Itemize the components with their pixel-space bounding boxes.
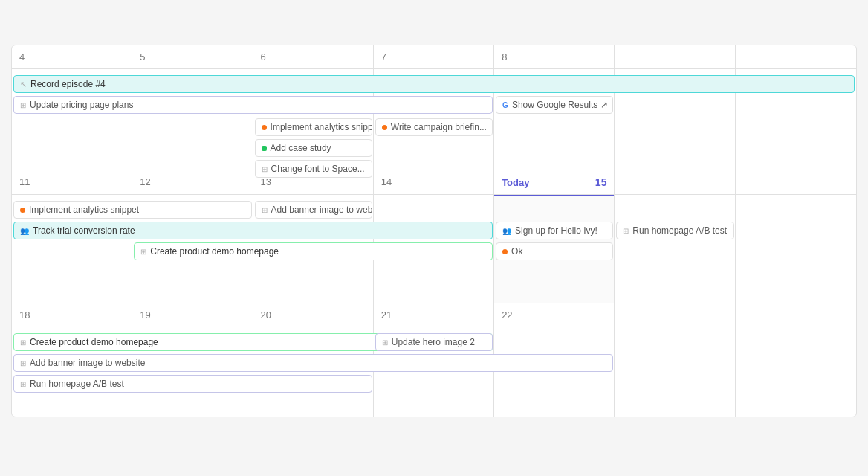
col-header-blank4 bbox=[736, 170, 856, 194]
event-google-results-label: Show Google Results ↗ bbox=[512, 100, 608, 110]
event-ab-test-w3-label: Run homepage A/B test bbox=[30, 379, 124, 389]
event-change-font-label: Change font to Space... bbox=[271, 164, 365, 174]
grid-icon5: ⊞ bbox=[623, 227, 629, 235]
event-change-font[interactable]: ⊞ Change font to Space... bbox=[255, 160, 372, 178]
event-ab-test-w2[interactable]: ⊞ Run homepage A/B test bbox=[616, 222, 733, 239]
event-product-demo-w2-label: Create product demo homepage bbox=[150, 246, 279, 257]
cell-w3-d4 bbox=[494, 327, 615, 416]
col-header-14: 14 bbox=[374, 170, 494, 194]
col-header-blank6 bbox=[736, 303, 856, 327]
event-banner-w3[interactable]: ⊞ Add banner image to website bbox=[13, 354, 613, 372]
col-header-blank2 bbox=[736, 45, 856, 68]
event-ok[interactable]: Ok bbox=[496, 242, 613, 260]
col-header-22: 22 bbox=[494, 303, 615, 327]
event-analytics-w2[interactable]: Implement analytics snippet bbox=[13, 201, 252, 219]
event-ok-label: Ok bbox=[511, 246, 522, 257]
event-track-trial[interactable]: 👥 Track trial conversion rate bbox=[13, 222, 493, 239]
event-track-trial-label: Track trial conversion rate bbox=[33, 225, 135, 236]
grid-icon3: ⊞ bbox=[262, 206, 268, 214]
event-product-demo-w3-label: Create product demo homepage bbox=[30, 337, 158, 347]
dot-orange-4 bbox=[502, 249, 508, 254]
grid-icon4: ⊞ bbox=[140, 248, 146, 256]
event-banner-w3-label: Add banner image to website bbox=[30, 358, 145, 368]
cell-w2-d5 bbox=[615, 195, 735, 303]
col-header-6: 6 bbox=[253, 45, 374, 68]
event-update-hero[interactable]: ⊞ Update hero image 2 bbox=[375, 333, 493, 351]
grid-icon8: ⊞ bbox=[20, 359, 26, 367]
event-ab-test-w3[interactable]: ⊞ Run homepage A/B test bbox=[13, 375, 372, 393]
check-icon bbox=[262, 146, 267, 151]
cell-w3-d5 bbox=[615, 327, 735, 416]
col-header-20: 20 bbox=[253, 303, 374, 327]
event-google-results[interactable]: G Show Google Results ↗ bbox=[496, 96, 613, 114]
event-analytics-w1[interactable]: Implement analytics snippet bbox=[255, 118, 372, 136]
dot-orange-2 bbox=[382, 125, 387, 130]
dot-orange-3 bbox=[20, 208, 25, 213]
today-label: Today bbox=[502, 177, 529, 188]
event-update-pricing-label: Update pricing page plans bbox=[30, 100, 133, 110]
today-num: 15 bbox=[595, 176, 607, 188]
cell-w3-d6 bbox=[736, 327, 856, 416]
event-product-demo-w2[interactable]: ⊞ Create product demo homepage bbox=[134, 242, 493, 260]
event-write-campaign[interactable]: Write campaign briefin... bbox=[375, 118, 493, 136]
col-header-18: 18 bbox=[12, 303, 132, 327]
col-header-4: 4 bbox=[12, 45, 132, 68]
people-icon2: 👥 bbox=[502, 227, 511, 235]
event-update-hero-label: Update hero image 2 bbox=[392, 337, 475, 347]
col-header-7: 7 bbox=[374, 45, 494, 68]
event-hello-ivy[interactable]: 👥 Sign up for Hello Ivy! bbox=[496, 222, 613, 239]
grid-icon7: ⊞ bbox=[382, 338, 388, 347]
event-analytics-w1-label: Implement analytics snippet bbox=[271, 122, 372, 132]
grid-icon2: ⊞ bbox=[262, 165, 268, 173]
dot-orange-1 bbox=[262, 125, 267, 130]
col-header-5: 5 bbox=[132, 45, 253, 68]
grid-icon: ⊞ bbox=[20, 101, 26, 109]
col-header-blank3 bbox=[615, 170, 735, 194]
people-icon: 👥 bbox=[20, 227, 29, 235]
col-header-21: 21 bbox=[374, 303, 494, 327]
col-header-today: Today 15 bbox=[494, 170, 615, 194]
event-record-episode-label: Record episode #4 bbox=[30, 79, 106, 89]
event-record-episode[interactable]: ↖ Record episode #4 bbox=[13, 75, 855, 93]
cursor-icon: ↖ bbox=[20, 80, 27, 89]
event-analytics-w2-label: Implement analytics snippet bbox=[29, 205, 139, 215]
col-header-11: 11 bbox=[12, 170, 132, 194]
grid-icon9: ⊞ bbox=[20, 380, 26, 388]
event-add-case-study-label: Add case study bbox=[271, 143, 331, 153]
col-header-8: 8 bbox=[494, 45, 615, 68]
event-add-case-study[interactable]: Add case study bbox=[255, 139, 372, 157]
cell-w2-d6 bbox=[736, 195, 856, 303]
event-banner-w2[interactable]: ⊞ Add banner image to website bbox=[255, 201, 372, 219]
col-header-19: 19 bbox=[132, 303, 253, 327]
event-ab-test-w2-label: Run homepage A/B test bbox=[632, 225, 727, 236]
col-header-12: 12 bbox=[132, 170, 253, 194]
col-header-blank5 bbox=[615, 303, 735, 327]
google-icon: G bbox=[502, 101, 508, 109]
event-update-pricing[interactable]: ⊞ Update pricing page plans bbox=[13, 96, 493, 114]
event-hello-ivy-label: Sign up for Hello Ivy! bbox=[515, 225, 597, 236]
grid-icon6: ⊞ bbox=[20, 338, 26, 347]
event-banner-w2-label: Add banner image to website bbox=[271, 205, 372, 215]
event-write-campaign-label: Write campaign briefin... bbox=[391, 122, 487, 132]
col-header-blank1 bbox=[615, 45, 735, 68]
